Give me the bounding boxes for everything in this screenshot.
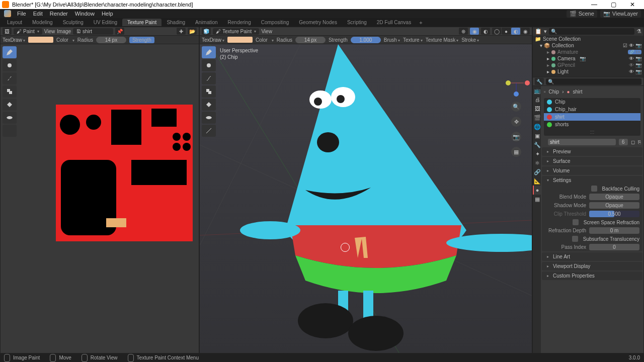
breadcrumb-material[interactable]: shirt: [573, 89, 583, 95]
menu-help[interactable]: Help: [99, 11, 116, 17]
section-volume[interactable]: Volume: [542, 166, 642, 175]
material-slot-chip-hair[interactable]: Chip_hair: [544, 106, 640, 113]
shadow-mode-dropdown[interactable]: Opaque: [589, 202, 639, 209]
pass-index-value[interactable]: 0: [589, 244, 639, 250]
texture-menu[interactable]: Texture: [403, 37, 423, 43]
image-editor-view-menu[interactable]: View: [44, 29, 55, 34]
minimize-button[interactable]: —: [585, 1, 604, 8]
zoom-button[interactable]: 🔍: [511, 102, 521, 112]
tab-texture-paint[interactable]: Texture Paint: [122, 19, 162, 26]
blend-mode-dropdown[interactable]: Opaque: [589, 194, 639, 200]
menu-edit[interactable]: Edit: [30, 11, 46, 17]
tab-rendering[interactable]: Rendering: [223, 19, 256, 26]
proptab-texture[interactable]: ▦: [533, 195, 541, 204]
tab-layout[interactable]: Layout: [2, 19, 27, 26]
brush-selector-3d[interactable]: TexDraw: [202, 37, 224, 43]
outliner-item-armature[interactable]: ▸ Armature 🔗 19: [533, 49, 643, 55]
properties-editor-icon[interactable]: 🔧: [535, 78, 544, 85]
proptab-constraints[interactable]: 🔗: [533, 167, 541, 176]
tool3d-draw[interactable]: [202, 46, 216, 58]
outliner-search[interactable]: [549, 28, 634, 35]
proptab-render[interactable]: 📺: [533, 86, 541, 95]
shading-rendered[interactable]: ◉: [521, 28, 530, 35]
material-slot-chip[interactable]: Chip: [544, 98, 640, 106]
outliner-scene-collection[interactable]: 📁 Scene Collection: [533, 36, 643, 42]
tab-2d-full-canvas[interactable]: 2D Full Canvas: [372, 19, 416, 26]
outliner-filter-button[interactable]: ⚗: [636, 28, 641, 35]
shading-solid[interactable]: ●: [502, 28, 511, 35]
section-settings[interactable]: Settings: [542, 176, 642, 185]
color-dropdown-3d[interactable]: [271, 37, 274, 43]
image-pin-button[interactable]: 📌: [115, 28, 124, 35]
radius-value-left[interactable]: 14 px: [96, 37, 126, 43]
proptab-material[interactable]: ●: [533, 186, 541, 195]
outliner-editor-icon[interactable]: 📋: [535, 28, 542, 35]
tool3d-clone[interactable]: [202, 85, 216, 98]
tool3d-annotate[interactable]: [202, 125, 216, 137]
tab-modeling[interactable]: Modeling: [27, 19, 58, 26]
tool3d-smear[interactable]: [202, 72, 216, 84]
perspective-toggle-button[interactable]: ▦: [511, 147, 521, 157]
brush-menu[interactable]: Brush: [384, 37, 400, 43]
outliner-item-light[interactable]: ▸ Light👁 📷: [533, 68, 643, 75]
pan-button[interactable]: ✥: [511, 117, 521, 127]
material-copy-button[interactable]: ⎘: [638, 139, 641, 145]
tool-smear[interactable]: [3, 72, 17, 84]
outliner-collection[interactable]: ▾ 📦 Collection☑ 👁 📷: [533, 42, 643, 49]
sss-checkbox[interactable]: [572, 236, 578, 242]
blender-icon[interactable]: [4, 10, 11, 17]
tool-fill[interactable]: [3, 99, 17, 111]
tab-compositing[interactable]: Compositing: [256, 19, 294, 26]
proptab-object[interactable]: ▣: [533, 131, 541, 140]
outliner-item-camera[interactable]: ▸ Camera 📷👁 📷: [533, 55, 643, 62]
material-slot-shirt[interactable]: shirt: [544, 113, 640, 121]
proptab-modifiers[interactable]: 🔧: [533, 140, 541, 149]
proptab-scene[interactable]: 🎬: [533, 113, 541, 122]
color-dropdown-left[interactable]: [71, 37, 74, 43]
stroke-menu[interactable]: Stroke: [461, 37, 479, 43]
uv-image-canvas[interactable]: [56, 105, 193, 241]
properties-search[interactable]: [546, 78, 641, 85]
tool3d-mask[interactable]: [202, 112, 216, 124]
tool-clone[interactable]: [3, 85, 17, 98]
material-new-button[interactable]: ◻: [631, 139, 635, 145]
tool-draw[interactable]: [3, 46, 17, 58]
outliner-filter-icon[interactable]: ▾: [544, 28, 547, 35]
menu-render[interactable]: Render: [47, 11, 71, 17]
proptab-particles[interactable]: ✦: [533, 149, 541, 158]
proptab-mesh[interactable]: 📐: [533, 176, 541, 186]
image-selector[interactable]: 🖻 shirt: [73, 28, 113, 35]
editor-type-image[interactable]: 🖼: [3, 28, 12, 35]
nav-gizmo[interactable]: [503, 69, 530, 97]
proptab-output[interactable]: 🖨: [533, 95, 541, 104]
material-slot-shorts[interactable]: shorts: [544, 121, 640, 128]
shading-material[interactable]: ◐: [511, 28, 520, 35]
strength-value-3d[interactable]: 1.000: [351, 37, 381, 43]
image-open-button[interactable]: 📂: [188, 28, 197, 35]
tab-animation[interactable]: Animation: [190, 19, 222, 26]
material-users-count[interactable]: 6: [619, 139, 628, 145]
tab-uv-editing[interactable]: UV Editing: [89, 19, 122, 26]
gizmo-toggle-button[interactable]: ⊕: [459, 28, 468, 35]
tool3d-fill[interactable]: [202, 99, 216, 111]
tool-soften[interactable]: [3, 59, 17, 71]
camera-view-button[interactable]: 📷: [511, 132, 521, 142]
menu-window[interactable]: Window: [72, 11, 98, 17]
section-custom-properties[interactable]: Custom Properties: [542, 272, 642, 280]
outliner-item-gpencil[interactable]: ▸ GPencil👁 📷: [533, 62, 643, 68]
tab-geometry-nodes[interactable]: Geometry Nodes: [294, 19, 342, 26]
tab-shading[interactable]: Shading: [162, 19, 190, 26]
tab-scripting[interactable]: Scripting: [342, 19, 372, 26]
brush-selector-left[interactable]: TexDraw: [3, 37, 25, 43]
proptab-world[interactable]: 🌐: [533, 122, 541, 131]
material-name-input[interactable]: [548, 139, 616, 145]
tool-mask[interactable]: [3, 112, 17, 124]
viewlayer-selector[interactable]: 📷ViewLayer: [600, 10, 641, 18]
refraction-depth-value[interactable]: 0 m: [589, 227, 639, 234]
view3d-view-menu[interactable]: View: [261, 29, 272, 34]
section-lineart[interactable]: Line Art: [542, 252, 642, 261]
viewport-3d[interactable]: User Perspective (2) Chip: [200, 44, 532, 353]
section-viewport-display[interactable]: Viewport Display: [542, 262, 642, 270]
axis-x-icon[interactable]: [525, 80, 530, 85]
object-mode-dropdown[interactable]: 🖌 Texture Paint: [213, 28, 259, 35]
